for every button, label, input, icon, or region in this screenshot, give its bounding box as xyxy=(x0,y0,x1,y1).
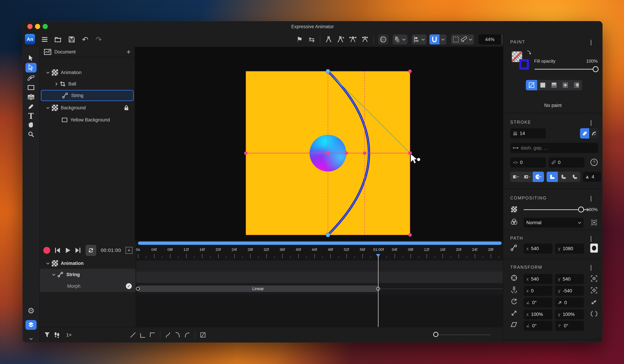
scale-x-input[interactable] xyxy=(531,312,549,317)
anchor-x-input[interactable] xyxy=(531,288,549,293)
filter-icon[interactable] xyxy=(42,330,52,340)
node-corner-icon[interactable] xyxy=(325,35,333,44)
fill-stroke-swatches[interactable] xyxy=(512,51,531,72)
layer-row-string-selected[interactable]: String xyxy=(41,90,134,101)
cap-square-button[interactable] xyxy=(521,172,533,182)
collapse-icon[interactable] xyxy=(46,261,49,264)
stroke-dash-field[interactable] xyxy=(510,143,598,153)
join-round-button[interactable] xyxy=(558,172,569,182)
rotation-orient-field[interactable] xyxy=(555,298,584,308)
easing-hold-end-icon[interactable] xyxy=(138,330,148,340)
go-to-end-icon[interactable] xyxy=(75,247,81,253)
align-dropdown[interactable] xyxy=(412,34,427,45)
paint-section-header[interactable]: PAINT xyxy=(510,39,525,45)
position-x-input[interactable] xyxy=(531,276,549,282)
orient-flip-icon[interactable] xyxy=(590,298,598,306)
chevron-down-icon[interactable] xyxy=(591,196,591,201)
snapping-dropdown[interactable] xyxy=(431,34,446,45)
track-lane-string[interactable] xyxy=(136,272,503,283)
open-file-icon[interactable] xyxy=(54,35,62,44)
layer-row-yellow-background[interactable]: Yellow Background xyxy=(41,115,134,125)
easing-ease-out-icon[interactable] xyxy=(182,330,192,340)
position-x-field[interactable]: x xyxy=(523,274,552,284)
anchor-x-field[interactable]: x xyxy=(523,286,552,296)
layer-opacity-knob[interactable] xyxy=(578,207,584,213)
paint-radial-gradient-button[interactable] xyxy=(560,80,571,90)
skew-y-field[interactable] xyxy=(555,321,584,331)
pen-tool-icon[interactable] xyxy=(26,73,37,82)
scale-x-field[interactable]: x xyxy=(523,309,552,319)
playhead-handle[interactable] xyxy=(376,254,380,257)
redo-icon[interactable]: ↷ xyxy=(95,35,103,44)
stroke-align-input[interactable] xyxy=(558,160,582,165)
rectangle-tool-icon[interactable] xyxy=(26,83,37,92)
layer-row-ball[interactable]: Ball xyxy=(41,79,134,89)
path-section-header[interactable]: PATH xyxy=(510,236,523,241)
direct-select-tool-icon[interactable] xyxy=(26,63,37,73)
scale-y-field[interactable]: y xyxy=(555,309,584,319)
timeline-ruler[interactable]: 0s04f08f12f16f20f24f28f32f36f40f44f48f52… xyxy=(136,246,503,261)
path-x-input[interactable] xyxy=(531,246,549,251)
add-keyframe-button[interactable]: + xyxy=(126,247,132,254)
center-origin-icon[interactable] xyxy=(590,274,598,283)
reset-transform-icon[interactable] xyxy=(590,310,598,318)
stroke-brush-solid-button[interactable] xyxy=(580,128,589,139)
layers-panel-icon[interactable] xyxy=(26,320,37,330)
keyframe-span[interactable]: Linear xyxy=(138,286,378,292)
easing-hold-start-icon[interactable] xyxy=(148,330,157,340)
paint-linear-gradient-button[interactable] xyxy=(548,80,560,90)
cap-butt-button[interactable] xyxy=(510,172,521,182)
playback-speed[interactable]: 1× xyxy=(66,332,72,338)
chevron-down-icon[interactable] xyxy=(591,236,591,241)
rotation-orient-input[interactable] xyxy=(564,300,581,305)
path-y-input[interactable] xyxy=(563,246,581,251)
position-y-field[interactable]: y xyxy=(555,274,584,284)
compositing-section-header[interactable]: COMPOSITING xyxy=(510,195,547,200)
canvas-viewport[interactable] xyxy=(135,47,503,241)
join-miter-button[interactable] xyxy=(546,172,558,182)
keyframe-start[interactable] xyxy=(136,287,140,291)
collapse-icon[interactable] xyxy=(46,71,49,73)
skew-y-input[interactable] xyxy=(564,323,581,329)
skew-x-field[interactable] xyxy=(523,321,552,331)
fill-opacity-knob[interactable] xyxy=(593,66,598,72)
blend-mode-dropdown[interactable]: Normal xyxy=(523,218,583,228)
track-row-string[interactable]: String xyxy=(40,269,135,280)
anchor-y-field[interactable]: y xyxy=(555,286,584,296)
text-tool-icon[interactable] xyxy=(26,111,37,120)
select-tool-icon[interactable] xyxy=(26,54,37,63)
dash-offset-field[interactable]: <> xyxy=(510,157,546,168)
stroke-brush-textured-button[interactable] xyxy=(589,128,598,139)
footsteps-icon[interactable] xyxy=(52,330,62,340)
track-row-animation[interactable]: Animation xyxy=(40,258,135,269)
track-lane-animation[interactable] xyxy=(136,261,503,272)
layer-row-background[interactable]: Background xyxy=(41,103,134,113)
lock-icon[interactable] xyxy=(124,105,129,111)
easing-linear-icon[interactable] xyxy=(128,330,138,340)
easing-ease-in-icon[interactable] xyxy=(173,330,182,340)
stroke-align-field[interactable] xyxy=(549,157,584,168)
collapse-icon[interactable] xyxy=(52,272,55,276)
fill-opacity-slider[interactable] xyxy=(535,69,595,70)
loop-toggle-button[interactable] xyxy=(85,245,96,256)
path-x-field[interactable]: x xyxy=(523,243,552,254)
eyedropper-tool-icon[interactable] xyxy=(26,102,37,111)
stroke-section-header[interactable]: STROKE xyxy=(510,120,531,125)
node-add-icon[interactable] xyxy=(337,35,344,44)
anchor-center-icon[interactable] xyxy=(590,286,598,294)
keyframes-enabled-check-icon[interactable]: ✓ xyxy=(126,283,132,289)
path-point-display-button[interactable] xyxy=(590,244,598,252)
timeline-zoom-slider-knob[interactable] xyxy=(433,332,438,337)
gradient-tool-icon[interactable] xyxy=(26,93,37,101)
stroke-width-field[interactable] xyxy=(510,128,546,138)
record-button[interactable] xyxy=(43,247,50,254)
stroke-help-icon[interactable]: ? xyxy=(590,158,598,167)
save-icon[interactable] xyxy=(68,35,76,44)
chevron-down-icon[interactable] xyxy=(591,40,591,45)
hand-tool-icon[interactable] xyxy=(26,120,37,129)
flag-icon[interactable]: ⚑ xyxy=(296,35,303,44)
miter-limit-input[interactable] xyxy=(592,174,598,180)
scale-y-input[interactable] xyxy=(563,312,581,317)
settings-gear-icon[interactable]: ⚙ xyxy=(26,306,37,315)
stroke-dash-input[interactable] xyxy=(521,145,596,151)
